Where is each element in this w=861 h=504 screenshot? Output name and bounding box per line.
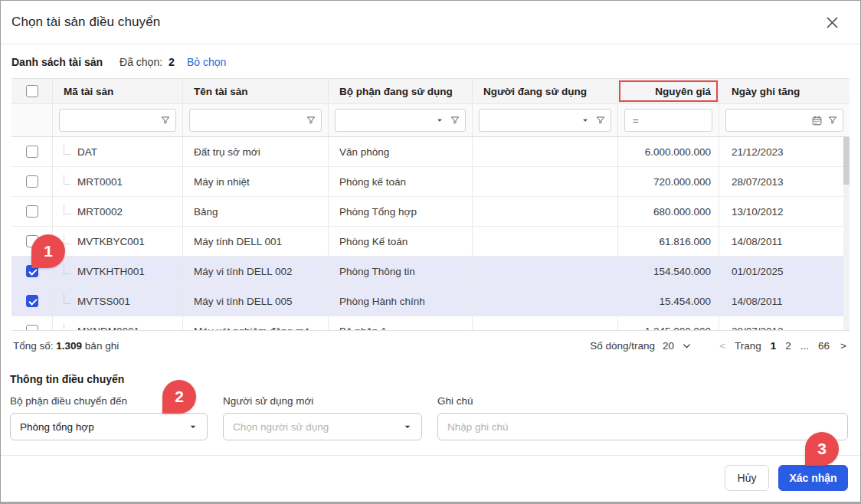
page-number-66[interactable]: 66 bbox=[818, 340, 830, 352]
cell-date: 21/12/2023 bbox=[719, 137, 850, 166]
prev-page-button[interactable]: < bbox=[718, 340, 727, 352]
table-row[interactable]: MVTSS001 Máy vi tính DELL 005 Phòng Hành… bbox=[11, 286, 850, 316]
new-user-select[interactable]: Chọn người sử dụng bbox=[223, 413, 422, 440]
row-checkbox[interactable] bbox=[26, 175, 38, 188]
cell-date: 28/07/2012 bbox=[719, 316, 850, 330]
note-input[interactable] bbox=[437, 413, 848, 440]
selected-label: Đã chọn: bbox=[119, 56, 162, 68]
row-checkbox[interactable] bbox=[26, 205, 38, 218]
cell-date: 01/01/2025 bbox=[719, 257, 850, 286]
cell-department: Bộ phận A bbox=[329, 316, 473, 330]
column-header-user[interactable]: Người đang sử dụng bbox=[473, 79, 618, 103]
cell-user bbox=[473, 197, 618, 226]
cell-name: Máy tính DELL 001 bbox=[183, 227, 329, 256]
table-header-row: Mã tài sản Tên tài sản Bộ phận đang sử d… bbox=[11, 78, 850, 104]
table-row[interactable]: MXNDM0001 Máy xét nghiệm đông má Bộ phận… bbox=[11, 316, 850, 330]
transfer-info-heading: Thông tin điều chuyển bbox=[10, 373, 848, 385]
table-filter-row: = bbox=[11, 104, 850, 137]
scrollbar-thumb[interactable] bbox=[843, 137, 850, 185]
column-header-name[interactable]: Tên tài sản bbox=[183, 79, 329, 103]
annotation-badge-2: 2 bbox=[162, 380, 196, 414]
date-filter-input[interactable] bbox=[725, 109, 843, 132]
cell-code: MVTKHTH001 bbox=[53, 257, 183, 286]
row-checkbox[interactable] bbox=[26, 325, 38, 330]
cell-price: 61.816.000 bbox=[618, 227, 719, 256]
total-value: 1.309 bbox=[56, 340, 82, 352]
cell-name: Bảng bbox=[183, 197, 329, 226]
equals-operator[interactable]: = bbox=[630, 115, 639, 126]
table-row[interactable]: DAT Đất trụ sở mới Văn phòng 6.000.000.0… bbox=[11, 137, 850, 167]
filter-icon[interactable] bbox=[595, 115, 606, 126]
cancel-button[interactable]: Hủy bbox=[725, 465, 769, 491]
cell-price: 15.454.000 bbox=[618, 286, 719, 316]
tree-connector-icon bbox=[64, 175, 70, 185]
records-label: bản ghi bbox=[85, 340, 119, 352]
table-row[interactable]: MRT0001 Máy in nhiệt Phòng kế toán 720.0… bbox=[11, 167, 850, 197]
filter-icon[interactable] bbox=[306, 115, 316, 126]
new-user-label: Người sử dụng mới bbox=[223, 395, 422, 407]
table-row[interactable]: MVTKBYC001 Máy tính DELL 001 Phòng Kế to… bbox=[11, 227, 850, 257]
cell-code: MVTSS001 bbox=[53, 286, 183, 316]
table-scrollbar[interactable] bbox=[843, 137, 850, 330]
next-page-button[interactable]: > bbox=[839, 340, 848, 352]
tree-connector-icon bbox=[64, 145, 70, 155]
cell-name: Máy vi tính DELL 002 bbox=[183, 257, 329, 286]
caret-down-icon[interactable] bbox=[580, 115, 591, 126]
deselect-link[interactable]: Bỏ chọn bbox=[187, 56, 226, 68]
filter-icon[interactable] bbox=[160, 115, 171, 126]
calendar-icon[interactable] bbox=[811, 115, 823, 126]
cell-department: Văn phòng bbox=[329, 137, 473, 166]
note-label: Ghi chú bbox=[437, 395, 848, 407]
asset-table: Mã tài sản Tên tài sản Bộ phận đang sử d… bbox=[11, 78, 850, 330]
page-number-1[interactable]: 1 bbox=[771, 340, 777, 352]
row-checkbox[interactable] bbox=[26, 295, 38, 307]
department-filter-select[interactable] bbox=[335, 109, 466, 132]
page-size-select[interactable]: 20 bbox=[663, 340, 692, 352]
department-to-select[interactable]: Phòng tổng hợp bbox=[10, 413, 208, 440]
user-filter-select[interactable] bbox=[479, 109, 611, 132]
page-word-label: Trang bbox=[735, 340, 761, 352]
cell-department: Phòng Hành chính bbox=[329, 286, 473, 316]
row-checkbox[interactable] bbox=[26, 146, 38, 158]
close-icon[interactable] bbox=[823, 13, 841, 31]
cell-price: 680.000.000 bbox=[618, 197, 719, 226]
chevron-down-icon bbox=[682, 341, 692, 351]
filter-icon[interactable] bbox=[450, 115, 460, 126]
cell-price: 720.000.000 bbox=[618, 167, 719, 196]
select-all-checkbox[interactable] bbox=[26, 85, 38, 97]
cell-date: 28/07/2013 bbox=[719, 167, 850, 196]
name-filter-input[interactable] bbox=[189, 109, 322, 132]
new-user-placeholder: Chọn người sử dụng bbox=[233, 421, 329, 433]
tree-connector-icon bbox=[64, 205, 70, 214]
annotation-badge-1: 1 bbox=[31, 234, 65, 268]
cell-code: MRT0002 bbox=[53, 197, 183, 226]
filter-icon[interactable] bbox=[827, 115, 838, 126]
column-header-code[interactable]: Mã tài sản bbox=[53, 79, 183, 103]
column-header-date[interactable]: Ngày ghi tăng bbox=[719, 79, 850, 103]
price-filter-input[interactable]: = bbox=[624, 109, 712, 132]
cell-code: DAT bbox=[53, 137, 183, 166]
caret-down-icon[interactable] bbox=[434, 115, 445, 126]
column-header-department[interactable]: Bộ phận đang sử dụng bbox=[329, 79, 473, 103]
cell-name: Máy vi tính DELL 005 bbox=[183, 286, 329, 316]
confirm-button[interactable]: Xác nhận bbox=[778, 465, 848, 491]
cell-name: Đất trụ sở mới bbox=[183, 137, 329, 166]
transfer-asset-dialog: Chọn tài sản điều chuyển Danh sách tài s… bbox=[0, 0, 861, 504]
cell-user bbox=[473, 137, 618, 166]
tree-connector-icon bbox=[64, 234, 70, 244]
cell-department: Phòng kế toán bbox=[329, 167, 473, 196]
tree-connector-icon bbox=[64, 264, 70, 274]
cell-code: MVTKBYC001 bbox=[53, 227, 183, 256]
page-size-value: 20 bbox=[663, 340, 674, 352]
cell-date: 13/10/2012 bbox=[719, 197, 850, 226]
table-row[interactable]: MVTKHTH001 Máy vi tính DELL 002 Phòng Th… bbox=[11, 257, 850, 286]
cell-department: Phòng Kế toán bbox=[329, 227, 473, 256]
column-header-price[interactable]: Nguyên giá bbox=[618, 79, 719, 103]
column-header-price-label: Nguyên giá bbox=[655, 86, 711, 97]
table-row[interactable]: MRT0002 Bảng Phòng Tổng hợp 680.000.000 … bbox=[11, 197, 850, 227]
code-filter-input[interactable] bbox=[59, 109, 176, 132]
page-size-label: Số dòng/trang bbox=[590, 340, 655, 352]
cell-user bbox=[473, 257, 618, 286]
page-number-2[interactable]: 2 bbox=[785, 340, 791, 352]
cell-user bbox=[473, 167, 618, 196]
